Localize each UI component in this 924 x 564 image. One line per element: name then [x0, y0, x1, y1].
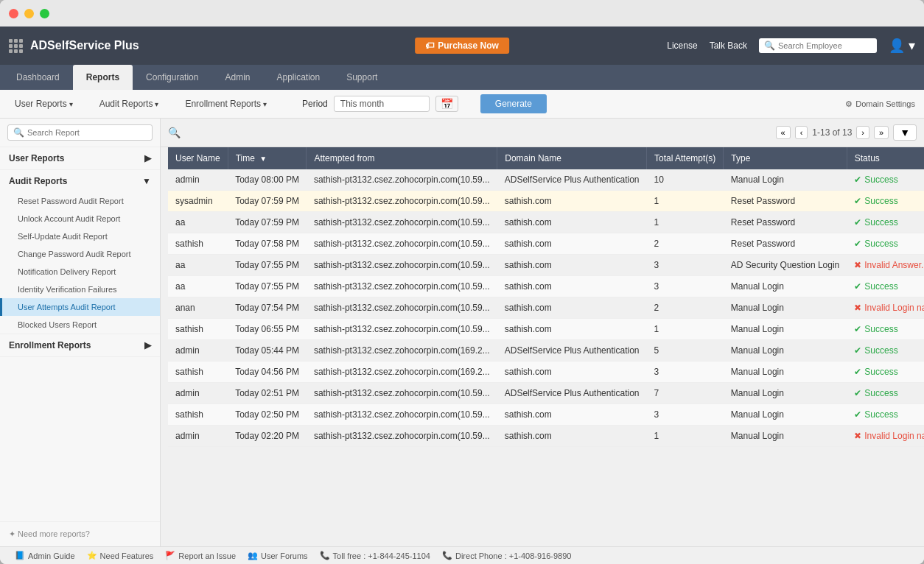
cell-type: Manual Login	[724, 362, 847, 383]
cell-time: Today 06:55 PM	[228, 319, 307, 340]
cell-status: ✔ Success	[847, 362, 924, 383]
col-header-domain-name: Domain Name	[497, 147, 647, 169]
table-row: anan Today 07:54 PM sathish-pt3132.csez.…	[168, 297, 924, 319]
footer-need-features-label: Need Features	[100, 551, 154, 560]
footer-user-forums[interactable]: 👥 User Forums	[248, 551, 308, 560]
tab-configuration[interactable]: Configuration	[133, 65, 211, 90]
logo-area: ADSelfService Plus	[9, 39, 139, 53]
employee-search-input[interactable]	[778, 41, 874, 50]
calendar-button[interactable]: 📅	[435, 96, 458, 112]
sub-nav-audit-reports[interactable]: Audit Reports ▾	[94, 96, 165, 112]
cell-domain-name: sathish.com	[497, 191, 647, 212]
tab-application[interactable]: Application	[263, 65, 333, 90]
sidebar-item-identity-verification[interactable]: Identity Verification Failures	[0, 281, 160, 298]
cell-domain-name: sathish.com	[497, 233, 647, 255]
book-icon: 📘	[15, 551, 25, 560]
page-first-button[interactable]: «	[776, 126, 791, 139]
user-avatar[interactable]: 👤 ▾	[889, 38, 915, 54]
table-search-icon[interactable]: 🔍	[168, 127, 181, 138]
status-icon: ✖	[854, 303, 861, 313]
close-button[interactable]	[9, 9, 18, 18]
sub-header: User Reports ▾ Audit Reports ▾ Enrollmen…	[0, 90, 924, 119]
cell-domain-name: ADSelfService Plus Authentication	[497, 340, 647, 362]
tab-support[interactable]: Support	[333, 65, 391, 90]
col-header-total-attempts: Total Attempt(s)	[646, 147, 723, 169]
sidebar-search-icon: 🔍	[13, 127, 24, 138]
sub-nav-enrollment-reports[interactable]: Enrollment Reports ▾	[179, 96, 273, 112]
sidebar-item-user-attempts-audit[interactable]: User Attempts Audit Report	[0, 298, 160, 316]
table-row: aa Today 07:55 PM sathish-pt3132.csez.zo…	[168, 255, 924, 276]
page-next-button[interactable]: ›	[856, 126, 869, 139]
user-reports-arrow-icon: ▾	[69, 100, 73, 108]
footer-need-features[interactable]: ⭐ Need Features	[87, 551, 154, 560]
cell-status: ✔ Success	[847, 404, 924, 426]
talk-back-link[interactable]: Talk Back	[710, 40, 747, 51]
data-table: User Name Time ▼ Attempted from Domain N…	[168, 147, 924, 447]
tab-dashboard[interactable]: Dashboard	[3, 65, 73, 90]
footer-direct-phone-label: Direct Phone : +1-408-916-9890	[455, 551, 571, 560]
cell-total-attempts: 3	[646, 276, 723, 297]
sidebar-footer: ✦ Need more reports?	[0, 521, 160, 546]
sidebar-section-enrollment-reports: Enrollment Reports ▶	[0, 334, 160, 357]
footer-report-issue[interactable]: 🚩 Report an Issue	[165, 551, 236, 560]
cell-status: ✔ Success	[847, 276, 924, 297]
need-more-reports-link[interactable]: Need more reports?	[18, 529, 90, 538]
cell-time: Today 02:51 PM	[228, 383, 307, 404]
cell-type: Reset Password	[724, 191, 847, 212]
page-prev-button[interactable]: ‹	[795, 126, 808, 139]
cell-attempted-from: sathish-pt3132.csez.zohocorpin.com(10.59…	[307, 404, 497, 426]
cell-attempted-from: sathish-pt3132.csez.zohocorpin.com(10.59…	[307, 255, 497, 276]
sidebar-item-self-update-audit[interactable]: Self-Update Audit Report	[0, 228, 160, 245]
status-icon: ✔	[854, 367, 861, 377]
sidebar-item-notification-delivery[interactable]: Notification Delivery Report	[0, 263, 160, 281]
table-row: sathish Today 07:58 PM sathish-pt3132.cs…	[168, 233, 924, 255]
sidebar-section-header-enrollment-reports[interactable]: Enrollment Reports ▶	[0, 334, 160, 356]
app-logo-text: ADSelfService Plus	[30, 39, 139, 52]
app-header: ADSelfService Plus 🏷 Purchase Now Licens…	[0, 27, 924, 65]
cell-total-attempts: 1	[646, 426, 723, 447]
cell-type: Manual Login	[724, 383, 847, 404]
cell-attempted-from: sathish-pt3132.csez.zohocorpin.com(10.59…	[307, 297, 497, 319]
cell-time: Today 07:54 PM	[228, 297, 307, 319]
sidebar-item-reset-password-audit[interactable]: Reset Password Audit Report	[0, 192, 160, 210]
sub-nav-user-reports[interactable]: User Reports ▾	[9, 96, 79, 112]
cell-attempted-from: sathish-pt3132.csez.zohocorpin.com(10.59…	[307, 233, 497, 255]
tab-reports[interactable]: Reports	[73, 65, 133, 90]
table-toolbar: 🔍 « ‹ 1-13 of 13 › » ▼	[161, 119, 924, 147]
search-icon: 🔍	[764, 40, 775, 51]
page-last-button[interactable]: »	[874, 126, 889, 139]
minimize-button[interactable]	[24, 9, 34, 18]
sidebar-section-header-audit-reports[interactable]: Audit Reports ▼	[0, 170, 160, 192]
cell-user-name: sathish	[168, 319, 228, 340]
app-container: ADSelfService Plus 🏷 Purchase Now Licens…	[0, 27, 924, 564]
users-icon: 👥	[248, 551, 258, 560]
cell-status: ✔ Success	[847, 340, 924, 362]
purchase-banner[interactable]: 🏷 Purchase Now	[415, 38, 509, 54]
sidebar-section-audit-reports: Audit Reports ▼ Reset Password Audit Rep…	[0, 170, 160, 334]
sidebar: 🔍 User Reports ▶ Audit Reports ▼ Re	[0, 119, 161, 546]
sidebar-section-header-user-reports[interactable]: User Reports ▶	[0, 147, 160, 169]
purchase-label: Purchase Now	[438, 40, 499, 51]
license-link[interactable]: License	[667, 40, 697, 51]
maximize-button[interactable]	[40, 9, 49, 18]
sidebar-item-change-password-audit[interactable]: Change Password Audit Report	[0, 245, 160, 263]
cell-time: Today 02:50 PM	[228, 404, 307, 426]
domain-settings-link[interactable]: ⚙ Domain Settings	[845, 99, 915, 109]
period-input[interactable]	[334, 96, 430, 112]
cell-user-name: admin	[168, 383, 228, 404]
sidebar-item-unlock-account-audit[interactable]: Unlock Account Audit Report	[0, 210, 160, 228]
cell-type: AD Security Question Login	[724, 255, 847, 276]
cell-domain-name: sathish.com	[497, 297, 647, 319]
cell-total-attempts: 3	[646, 362, 723, 383]
status-icon: ✔	[854, 388, 861, 398]
tab-admin[interactable]: Admin	[211, 65, 263, 90]
cell-domain-name: sathish.com	[497, 404, 647, 426]
cell-total-attempts: 2	[646, 297, 723, 319]
table-row: admin Today 02:51 PM sathish-pt3132.csez…	[168, 383, 924, 404]
col-header-time[interactable]: Time ▼	[228, 147, 307, 169]
generate-button[interactable]: Generate	[480, 94, 547, 113]
sidebar-search-input[interactable]	[27, 128, 147, 137]
footer-admin-guide[interactable]: 📘 Admin Guide	[15, 551, 75, 560]
sidebar-item-blocked-users[interactable]: Blocked Users Report	[0, 316, 160, 334]
filter-button[interactable]: ▼	[893, 124, 917, 141]
